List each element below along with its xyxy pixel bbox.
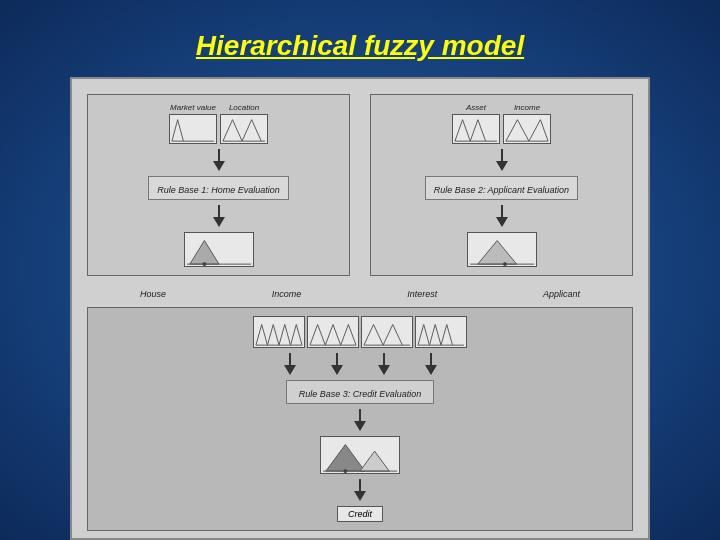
svg-rect-10 <box>504 115 550 143</box>
mid-label-interest: Interest <box>407 289 437 299</box>
bottom-mf-row <box>253 316 467 348</box>
arrow-rb3-out <box>354 409 366 431</box>
output-rb1 <box>184 232 254 267</box>
mf-location <box>220 114 268 144</box>
mf-market-value <box>169 114 217 144</box>
rule-base-1-label: Rule Base 1: Home Evaluation <box>157 185 280 195</box>
output-rb2 <box>467 232 537 267</box>
svg-rect-22 <box>416 317 466 347</box>
mf-income-top <box>503 114 551 144</box>
mf-applicant <box>415 316 467 348</box>
final-credit-label: Credit <box>337 506 383 522</box>
rule-box-2: Asset Income <box>370 94 633 276</box>
rule-base-3-label: Rule Base 3: Credit Evaluation <box>299 389 422 399</box>
svg-rect-18 <box>308 317 358 347</box>
output-credit <box>320 436 400 474</box>
mid-label-income: Income <box>272 289 302 299</box>
bottom-arrows <box>284 353 437 375</box>
diagram-container: Market value Location <box>70 77 650 540</box>
input-label-asset: Asset <box>466 103 486 112</box>
mid-label-house: House <box>140 289 166 299</box>
rule-box-1: Market value Location <box>87 94 350 276</box>
input-label-income-top: Income <box>514 103 540 112</box>
mf-income-bot <box>307 316 359 348</box>
arrow-credit-out <box>354 479 366 501</box>
arrow-rb2-out <box>496 205 508 227</box>
input-label-market-value: Market value <box>170 103 216 112</box>
mid-label-applicant: Applicant <box>543 289 580 299</box>
svg-rect-8 <box>453 115 499 143</box>
rule-box-3-container: Rule Base 3: Credit Evaluation Credit <box>87 307 633 531</box>
arrow-rb1 <box>213 149 225 171</box>
page-title: Hierarchical fuzzy model <box>196 30 524 62</box>
input-label-location: Location <box>229 103 259 112</box>
mf-house <box>253 316 305 348</box>
rule-base-2-label: Rule Base 2: Applicant Evaluation <box>434 185 569 195</box>
middle-labels-row: House Income Interest Applicant <box>87 289 633 299</box>
top-row: Market value Location <box>87 94 633 276</box>
mf-interest <box>361 316 413 348</box>
svg-rect-0 <box>170 115 216 143</box>
svg-rect-20 <box>362 317 412 347</box>
arrow-rb2 <box>496 149 508 171</box>
mf-asset <box>452 114 500 144</box>
svg-rect-16 <box>254 317 304 347</box>
arrow-rb1-out <box>213 205 225 227</box>
